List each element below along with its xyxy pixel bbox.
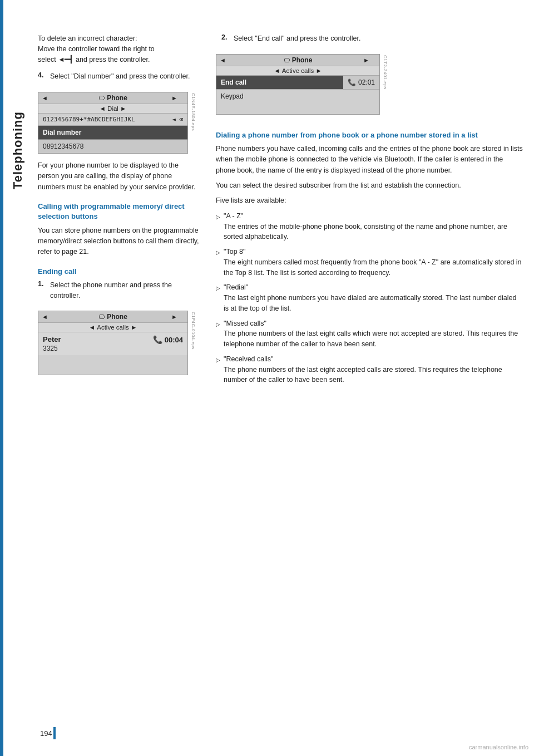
phone-ui-2-empty xyxy=(38,355,187,375)
phone-ui-3-subheader: ◄ Active calls ► xyxy=(216,66,379,76)
ending-call-heading: Ending call xyxy=(38,267,199,277)
end-call-timer: 02:01 xyxy=(358,78,375,86)
bullet-desc-0: The entries of the mobile-phone phone bo… xyxy=(224,222,523,243)
sub-back-arrow: ◄ xyxy=(100,105,108,112)
back-arrow-3-icon: ◄ xyxy=(220,57,226,63)
phone-ui-3: ◄ 🖵 Phone ► ◄ Active calls ► End call 📞 xyxy=(216,54,380,115)
main-content: To delete an incorrect character: Move t… xyxy=(32,0,534,756)
step-1: 1. Select the phone number and press the… xyxy=(38,280,199,301)
bullet-content-3: "Missed calls" The phone numbers of the … xyxy=(224,318,523,350)
after-screenshot-text: For your phone number to be displayed to… xyxy=(38,160,199,193)
intro-paragraph: To delete an incorrect character: Move t… xyxy=(38,33,199,65)
step-2-number: 2. xyxy=(221,33,230,44)
call-timer: 00:04 xyxy=(165,336,183,344)
forward-arrow-2-icon: ► xyxy=(171,313,177,320)
sub2-title: Active calls xyxy=(97,324,129,331)
phone-ui-1-subheader: ◄ Dial ► xyxy=(38,104,187,114)
bullet-title-4: "Received calls" xyxy=(224,354,523,365)
triangle-icon-2: ▷ xyxy=(216,284,220,313)
phone-ui-3-header: ◄ 🖵 Phone ► xyxy=(216,55,379,66)
image-caption-2: C1F4C-0104.eps xyxy=(191,312,196,350)
phone-icon-3: 🖵 xyxy=(284,57,290,63)
triangle-icon-3: ▷ xyxy=(216,320,220,350)
caller-number: 3325 xyxy=(43,345,61,352)
section2-text2: You can select the desired subscriber fr… xyxy=(216,180,523,191)
phone-ui-1-input-row: 0123456789+*#ABCDEFGHIJKL ◄ ⌫ xyxy=(38,114,187,126)
bullet-content-1: "Top 8" The eight numbers called most fr… xyxy=(224,247,523,278)
bullet-desc-1: The eight numbers called most frequently… xyxy=(224,257,523,278)
phone-ui-1-title: Phone xyxy=(107,94,127,102)
step-1-text: Select the phone number and press the co… xyxy=(50,280,199,301)
bullet-item-2: ▷ "Redial" The last eight phone numbers … xyxy=(216,282,523,313)
sub2-fwd: ► xyxy=(129,324,137,331)
forward-arrow-3-icon: ► xyxy=(363,57,369,63)
sidebar: Telephoning xyxy=(3,0,32,756)
page-marker xyxy=(53,727,56,739)
section2-text1: Phone numbers you have called, incoming … xyxy=(216,144,523,176)
input-chars: 0123456789+*#ABCDEFGHIJKL xyxy=(43,116,135,123)
section1-heading: Calling with programmable memory/ direct… xyxy=(38,202,199,222)
section2-text3: Five lists are available: xyxy=(216,195,523,206)
back-arrow-2-icon: ◄ xyxy=(42,313,48,320)
phone-ui-1-wrapper: ◄ 🖵 Phone ► ◄ Dial ► 0123456789+*#ABCDEF… xyxy=(38,87,188,160)
step-4-number: 4. xyxy=(38,71,47,82)
bullet-content-0: "A - Z" The entries of the mobile-phone … xyxy=(224,211,523,242)
sub-fwd-arrow: ► xyxy=(118,105,127,112)
step-4: 4. Select "Dial number" and press the co… xyxy=(38,71,199,82)
bullet-desc-3: The phone numbers of the last eight call… xyxy=(224,328,523,350)
sub3-back: ◄ xyxy=(274,67,282,74)
page-footer: 194 xyxy=(29,727,534,739)
call-timer-area: 📞 00:04 xyxy=(153,335,183,344)
bullet-content-4: "Received calls" The phone numbers of th… xyxy=(224,354,523,385)
bullet-title-2: "Redial" xyxy=(224,282,523,293)
bullet-desc-2: The last eight phone numbers you have di… xyxy=(224,293,523,314)
caller-info: Peter 3325 xyxy=(43,335,61,352)
phone-ui-1-selected-row: Dial number xyxy=(38,126,187,140)
sidebar-label: Telephoning xyxy=(11,111,25,189)
phone-ui-3-empty xyxy=(216,103,379,114)
image-caption-1: C1N4E-1804.eps xyxy=(191,93,196,131)
watermark: carmanualsonline.info xyxy=(469,744,528,750)
left-column: To delete an incorrect character: Move t… xyxy=(38,33,210,723)
bullet-list: ▷ "A - Z" The entries of the mobile-phon… xyxy=(216,211,523,385)
keypad-row: Keypad xyxy=(216,90,379,103)
phone-ui-1: ◄ 🖵 Phone ► ◄ Dial ► 0123456789+*#ABCDEF… xyxy=(38,92,188,154)
page-number: 194 xyxy=(40,729,52,738)
sub-title: Dial xyxy=(107,105,118,112)
section2-heading: Dialing a phone number from phone book o… xyxy=(216,130,523,140)
phone-ui-1-number-row: 08912345678 xyxy=(38,140,187,153)
phone-ui-1-header: ◄ 🖵 Phone ► xyxy=(38,92,187,104)
phone-icon-2: 🖵 xyxy=(98,313,105,320)
right-column: 2. Select "End call" and press the contr… xyxy=(210,33,523,723)
bullet-title-3: "Missed calls" xyxy=(224,318,523,329)
step-2: 2. Select "End call" and press the contr… xyxy=(216,33,523,44)
phone-ui-2-subheader: ◄ Active calls ► xyxy=(38,323,187,332)
phone-ui-2-header: ◄ 🖵 Phone ► xyxy=(38,311,187,323)
phone-ui-2-caller-row: Peter 3325 📞 00:04 xyxy=(38,332,187,355)
dial-number-label: Dial number xyxy=(43,129,81,136)
phone-ui-3-wrapper: ◄ 🖵 Phone ► ◄ Active calls ► End call 📞 xyxy=(216,50,380,121)
bullet-item-4: ▷ "Received calls" The phone numbers of … xyxy=(216,354,523,385)
phone-ui-2-title: Phone xyxy=(107,313,127,321)
end-call-label: End call xyxy=(216,76,343,89)
bullet-item-1: ▷ "Top 8" The eight numbers called most … xyxy=(216,247,523,278)
step-2-text: Select "End call" and press the controll… xyxy=(234,33,360,44)
image-caption-3: C1T2-2401.eps xyxy=(383,55,388,90)
sub2-back: ◄ xyxy=(89,324,97,331)
call-icon-2: 📞 xyxy=(153,335,162,344)
bullet-desc-4: The phone numbers of the last eight acce… xyxy=(224,365,523,386)
caller-name: Peter xyxy=(43,335,61,345)
section1-text: You can store phone numbers on the progr… xyxy=(38,225,199,258)
step-4-text: Select "Dial number" and press the contr… xyxy=(50,71,190,82)
forward-arrow-icon: ► xyxy=(171,95,177,101)
bullet-item-0: ▷ "A - Z" The entries of the mobile-phon… xyxy=(216,211,523,242)
bullet-title-0: "A - Z" xyxy=(224,211,523,222)
end-call-timer-area: 📞 02:01 xyxy=(343,76,379,89)
phone-ui-2: ◄ 🖵 Phone ► ◄ Active calls ► Peter 3325 xyxy=(38,311,188,375)
phone-ui-2-wrapper: ◄ 🖵 Phone ► ◄ Active calls ► Peter 3325 xyxy=(38,306,188,382)
input-controls: ◄ ⌫ xyxy=(172,116,183,123)
bullet-content-2: "Redial" The last eight phone numbers yo… xyxy=(224,282,523,313)
back-arrow-icon: ◄ xyxy=(42,95,48,101)
triangle-icon-0: ▷ xyxy=(216,213,220,242)
sub3-fwd: ► xyxy=(314,67,322,74)
